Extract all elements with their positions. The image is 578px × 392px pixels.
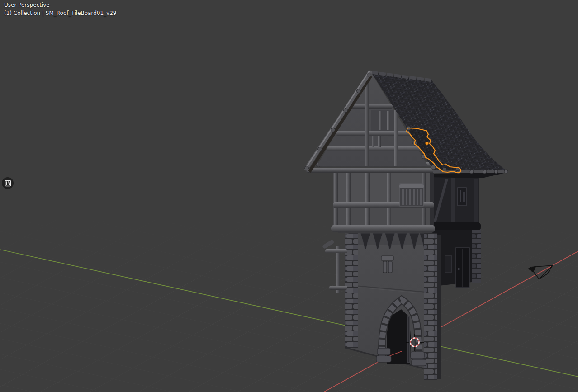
floor-sill-beam (331, 225, 435, 232)
side-plaque (445, 256, 452, 272)
breadcrumb: (1) Collection | SM_Roof_TileBoard01_v29 (4, 9, 116, 17)
view-perspective-label: User Perspective (4, 1, 116, 9)
door-handle (458, 268, 460, 270)
balcony-window (399, 184, 424, 206)
blender-3d-viewport[interactable]: User Perspective (1) Collection | SM_Roo… (0, 0, 578, 392)
gable-window (371, 110, 398, 132)
floor-grid (0, 213, 578, 392)
rear-corner-quoins (472, 227, 481, 283)
object-origin-dot (426, 142, 429, 145)
editor-type-icon (5, 180, 11, 187)
side-window (458, 188, 466, 206)
right-quoins (424, 233, 437, 380)
viewport-header-text: User Perspective (1) Collection | SM_Roo… (4, 1, 116, 17)
toolbar-toggle-button[interactable] (2, 177, 14, 189)
